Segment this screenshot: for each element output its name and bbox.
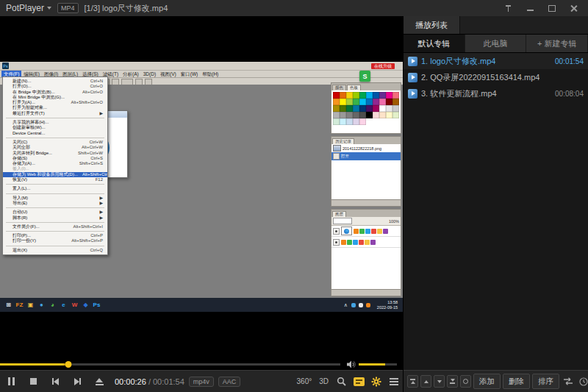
taskbar-icon: Ps (91, 302, 102, 308)
ps-menu-item: 3D(D) (141, 71, 158, 77)
file-menu-item: 自动(U)▶ (3, 210, 107, 215)
minimize-icon (527, 10, 534, 11)
volume-icon[interactable] (346, 360, 356, 368)
playlist-tab-3[interactable]: + 新建专辑 (526, 35, 588, 52)
playlist-move-up-button[interactable] (420, 375, 431, 388)
color-swatch (366, 92, 373, 99)
color-swatch (373, 99, 379, 105)
video-display-area[interactable]: Ps 在线升级 文件(F)编辑(E)图像(I)图层(L)选择(S)滤镜(T)分析… (0, 16, 403, 392)
file-menu-item-label: 打开为智能对象... (12, 105, 47, 110)
file-menu-item: 关闭并转到 Bridge...Shift+Ctrl+W (3, 151, 107, 156)
playlist-header-tab[interactable]: 播放列表 (404, 16, 460, 34)
file-menu-item-shortcut: ▶ (99, 215, 103, 221)
clock-display[interactable]: 09:58 (579, 377, 588, 386)
ps-menu-item: 视图(V) (158, 71, 179, 77)
maximize-button[interactable] (544, 2, 560, 14)
media-file-icon (408, 73, 417, 82)
stop-button[interactable] (22, 371, 44, 392)
subtitles-button[interactable] (350, 371, 368, 392)
add-button[interactable]: 添加 (473, 374, 501, 389)
color-swatch (333, 112, 340, 118)
playlist-panel: 播放列表 默认专辑此电脑+ 新建专辑 1. logo尺寸修改.mp400:01:… (403, 16, 588, 392)
3d-button[interactable]: 3D (315, 377, 332, 385)
layers-opacity-value: 100% (389, 219, 399, 224)
seek-bar[interactable] (0, 363, 340, 366)
dot-icon (463, 379, 468, 384)
color-swatch (359, 112, 366, 118)
tray-caret-icon: ∧ (343, 302, 349, 308)
ps-panel-tab-color: 颜色 (332, 85, 346, 90)
menu-separator (6, 222, 104, 223)
playlist-footer: 添加 删除 排序 09:58 (404, 370, 588, 392)
file-menu-item-shortcut: ▶ (99, 201, 103, 206)
ps-swatches-panel: 颜色 色板 (331, 82, 401, 134)
file-menu-item: 在 Bridge 中浏览(B)...Alt+Ctrl+O (3, 90, 107, 95)
audio-codec-badge: AAC (218, 377, 241, 387)
playlist-locate-current-button[interactable] (460, 375, 471, 388)
shuffle-button[interactable] (562, 371, 575, 392)
playlist-move-top-button[interactable] (407, 375, 418, 388)
playlist-list: 1. logo尺寸修改.mp400:01:542. QQ录屏2022091516… (404, 53, 588, 370)
search-button[interactable] (332, 371, 350, 392)
ps-panel-tab-swatches: 色板 (347, 85, 361, 90)
media-file-icon (408, 57, 417, 66)
playlist-tab-2[interactable]: 此电脑 (465, 35, 527, 52)
playlist-item[interactable]: 3. 软件更新流程.mp400:08:04 (404, 85, 588, 101)
blend-mode-dropdown (333, 218, 352, 224)
seek-knob[interactable] (65, 361, 71, 368)
menu-button[interactable] (385, 371, 403, 392)
settings-button[interactable] (368, 371, 385, 392)
file-menu-item-shortcut: Ctrl+Q (90, 248, 103, 253)
color-swatch (340, 112, 346, 118)
ps-menu-item: 帮助(H) (200, 71, 220, 77)
file-menu-item: 置入(L)... (3, 186, 107, 191)
file-menu-item: 恢复(V)F12 (3, 177, 107, 182)
layers-options-row: 100% (331, 217, 401, 226)
total-duration: 00:01:54 (153, 377, 184, 386)
previous-button[interactable] (44, 371, 66, 392)
history-panel-header: 历史记录 (331, 137, 401, 144)
file-menu-item: 共享我的屏幕(H)... (3, 120, 107, 125)
taskbar-icon: ◆ (80, 302, 91, 308)
hamburger-icon (390, 378, 398, 385)
file-menu-item-shortcut: Alt+Shift+Ctrl+P (71, 238, 103, 243)
clock-icon (579, 377, 588, 386)
playlist-item[interactable]: 1. logo尺寸修改.mp400:01:54 (404, 53, 588, 69)
menu-separator (6, 207, 104, 208)
app-menu-button[interactable]: PotPlayer (6, 3, 51, 13)
taskbar-clock: 13:58 2022-09-15 (373, 300, 400, 310)
gear-icon (371, 377, 381, 387)
title-bar[interactable]: PotPlayer MP4 [1/3] logo尺寸修改.mp4 (0, 0, 588, 16)
photoshop-logo-icon: Ps (2, 63, 9, 69)
playlist-tab-1[interactable]: 默认专辑 (404, 35, 465, 52)
file-menu-item: 创建新审核(W)... (3, 125, 107, 130)
close-icon (570, 4, 578, 12)
next-button[interactable] (66, 371, 88, 392)
color-swatch (346, 112, 353, 118)
color-swatch (359, 118, 366, 125)
always-on-top-button[interactable] (500, 2, 516, 14)
file-menu-item-label: 退出(X) (12, 248, 27, 253)
playlist-move-bottom-button[interactable] (447, 375, 458, 388)
pause-button[interactable] (0, 371, 22, 392)
file-menu-item-label: 共享我的屏幕(H)... (12, 120, 49, 125)
file-menu-item: 文件简介(F)...Alt+Shift+Ctrl+I (3, 224, 107, 229)
color-swatch (386, 112, 392, 118)
color-swatch (379, 99, 386, 105)
file-menu-item-shortcut: Alt+Ctrl+O (82, 90, 103, 95)
swatch-grid (331, 90, 401, 133)
open-file-button[interactable] (88, 371, 110, 392)
playlist-move-down-button[interactable] (434, 375, 445, 388)
color-swatch (373, 112, 379, 118)
vr-360-button[interactable]: 360° (293, 377, 316, 385)
minimize-button[interactable] (522, 2, 538, 14)
playlist-item[interactable]: 2. QQ录屏20220915163414.mp4 (404, 69, 588, 85)
volume-slider[interactable] (359, 363, 397, 366)
close-button[interactable] (566, 2, 582, 14)
sort-button[interactable]: 排序 (532, 374, 559, 389)
color-swatch (359, 99, 366, 105)
delete-button[interactable]: 删除 (503, 374, 530, 389)
tray-icon (351, 303, 356, 307)
color-swatch (379, 92, 386, 99)
ps-panel-tab-history: 历史记录 (332, 138, 354, 144)
